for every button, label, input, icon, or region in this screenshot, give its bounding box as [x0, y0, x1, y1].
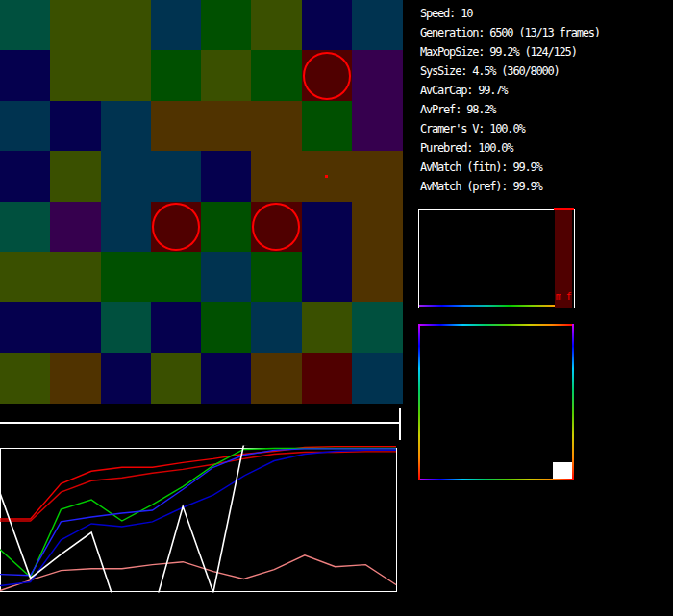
world-grid[interactable]	[0, 0, 402, 403]
stat-line: AvMatch (pref): 99.9%	[420, 177, 600, 196]
grid-cell[interactable]	[0, 252, 51, 303]
grid-cell[interactable]	[101, 302, 152, 353]
grid-cell[interactable]	[352, 101, 403, 152]
grid-cell[interactable]	[151, 151, 202, 202]
chart-series-red-upper	[0, 447, 396, 519]
preference-matrix-box	[418, 324, 574, 480]
matrix-border-bottom	[418, 479, 574, 480]
chart-series-blue-dark	[0, 450, 396, 585]
grid-cell[interactable]	[50, 202, 101, 253]
grid-cell[interactable]	[352, 252, 403, 303]
stat-line: Speed: 10	[420, 4, 600, 23]
grid-cell[interactable]	[50, 353, 101, 404]
grid-cell[interactable]	[251, 302, 302, 353]
grid-cell[interactable]	[201, 202, 252, 253]
grid-cell[interactable]	[302, 252, 353, 303]
stat-line: AvMatch (fitn): 99.9%	[420, 158, 600, 177]
grid-cell[interactable]	[302, 0, 353, 51]
grid-cell[interactable]	[352, 302, 403, 353]
frame-progress-track[interactable]	[0, 422, 401, 424]
grid-cell[interactable]	[352, 0, 403, 51]
grid-cell[interactable]	[201, 101, 252, 152]
grid-cell[interactable]	[352, 353, 403, 404]
matrix-border-left	[418, 324, 420, 480]
grid-cell[interactable]	[302, 202, 353, 253]
grid-cell[interactable]	[101, 252, 152, 303]
histogram-axis-rainbow	[419, 305, 555, 307]
grid-cell[interactable]	[251, 151, 302, 202]
matrix-border-top	[418, 324, 574, 326]
stat-line: Generation: 6500 (13/13 frames)	[420, 23, 600, 42]
grid-cell[interactable]	[101, 50, 152, 101]
grid-cell[interactable]	[101, 353, 152, 404]
histogram-bar-label: m f	[554, 292, 573, 302]
grid-cell[interactable]	[302, 302, 353, 353]
stat-line: MaxPopSize: 99.2% (124/125)	[420, 42, 600, 62]
grid-cell[interactable]	[0, 0, 51, 51]
stat-line: Cramer's V: 100.0%	[420, 119, 600, 138]
histogram-bar-cap	[554, 208, 574, 210]
grid-cell[interactable]	[352, 202, 403, 253]
grid-cell[interactable]	[352, 151, 403, 202]
grid-cell[interactable]	[201, 0, 252, 51]
grid-cell[interactable]	[151, 252, 202, 303]
grid-cell[interactable]	[251, 0, 302, 51]
grid-cell[interactable]	[0, 151, 51, 202]
selection-circle[interactable]	[252, 203, 300, 251]
grid-cell[interactable]	[0, 101, 51, 152]
grid-cell[interactable]	[50, 151, 101, 202]
grid-cell[interactable]	[50, 50, 101, 101]
grid-cell[interactable]	[50, 252, 101, 303]
frame-progress-tick[interactable]	[399, 408, 401, 440]
grid-cell[interactable]	[251, 252, 302, 303]
grid-cell[interactable]	[0, 353, 51, 404]
grid-cell[interactable]	[251, 50, 302, 101]
grid-cell[interactable]	[50, 101, 101, 152]
grid-cell[interactable]	[101, 101, 152, 152]
chart-series-white	[0, 443, 396, 616]
grid-cell[interactable]	[352, 50, 403, 101]
grid-cell[interactable]	[201, 252, 252, 303]
stat-line: SysSize: 4.5% (360/8000)	[420, 62, 600, 81]
grid-cell[interactable]	[0, 202, 51, 253]
grid-cell[interactable]	[201, 353, 252, 404]
grid-cell[interactable]	[251, 101, 302, 152]
stats-panel: Speed: 10Generation: 6500 (13/13 frames)…	[420, 4, 600, 196]
grid-cell[interactable]	[151, 353, 202, 404]
history-chart	[0, 437, 404, 616]
grid-cell[interactable]	[50, 302, 101, 353]
grid-cell[interactable]	[251, 353, 302, 404]
stat-line: AvPref: 98.2%	[420, 100, 600, 119]
grid-cell[interactable]	[101, 202, 152, 253]
chart-border	[1, 449, 397, 592]
selection-circle[interactable]	[303, 52, 351, 100]
grid-cell[interactable]	[151, 302, 202, 353]
grid-cell[interactable]	[302, 353, 353, 404]
grid-cell[interactable]	[0, 50, 51, 101]
chart-series-green	[0, 449, 396, 578]
grid-cell[interactable]	[151, 0, 202, 51]
grid-cell[interactable]	[101, 0, 152, 51]
stat-line: Purebred: 100.0%	[420, 138, 600, 158]
grid-cell[interactable]	[201, 50, 252, 101]
grid-cell[interactable]	[0, 302, 51, 353]
grid-cell[interactable]	[201, 302, 252, 353]
matrix-population-cell	[553, 462, 572, 479]
simulation-window: Speed: 10Generation: 6500 (13/13 frames)…	[0, 0, 673, 616]
grid-cell[interactable]	[201, 151, 252, 202]
sex-histogram-box: m f	[418, 209, 575, 308]
matrix-border-right	[572, 324, 574, 480]
chart-series-pink	[0, 555, 396, 591]
grid-cell[interactable]	[151, 101, 202, 152]
grid-cell[interactable]	[50, 0, 101, 51]
grid-cell[interactable]	[101, 151, 152, 202]
stat-line: AvCarCap: 99.7%	[420, 81, 600, 100]
grid-cell[interactable]	[151, 50, 202, 101]
agent-dot[interactable]	[325, 175, 328, 178]
grid-cell[interactable]	[302, 101, 353, 152]
selection-circle[interactable]	[152, 203, 200, 251]
